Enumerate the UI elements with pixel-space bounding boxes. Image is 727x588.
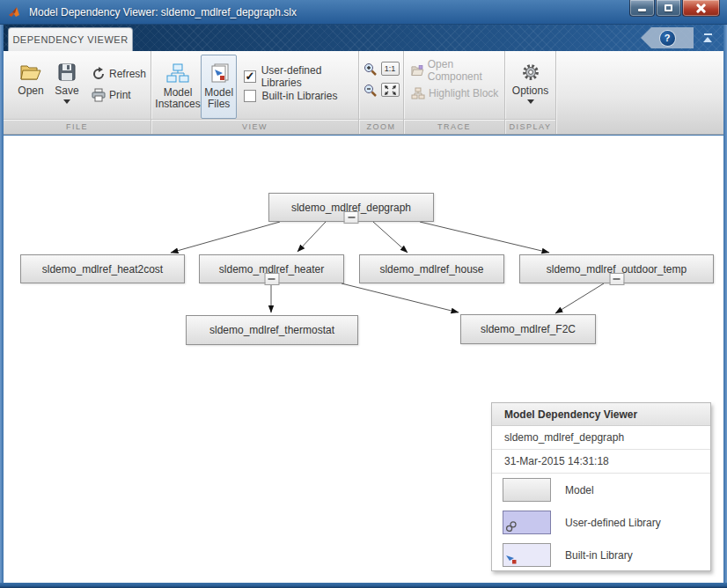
app-window: Model Dependency Viewer: sldemo_mdlref_d… (0, 0, 727, 588)
dependency-edge-depgraph-to-heater (297, 222, 326, 252)
built-in-libraries-checkbox[interactable]: Built-in Libraries (244, 86, 358, 106)
legend-item-user-defined-library: User-defined Library (492, 506, 710, 539)
title-bar: Model Dependency Viewer: sldemo_mdlref_d… (0, 0, 727, 25)
model-swatch (503, 478, 551, 502)
legend-built-in-library-label: Built-in Library (565, 549, 633, 562)
zoom-in-icon[interactable] (364, 62, 377, 76)
dependency-edge-depgraph-to-outdoor_temp (420, 222, 549, 253)
graph-node-label: sldemo_mdlref_F2C (481, 323, 576, 335)
section-view: Model Instances Model Files (151, 51, 359, 134)
options-gear-icon (521, 62, 540, 82)
save-button[interactable]: Save (49, 55, 84, 119)
graph-node-label: sldemo_mdlref_thermostat (209, 324, 334, 336)
help-button[interactable]: ? (641, 27, 694, 48)
open-button[interactable]: Open (12, 55, 49, 119)
close-button[interactable] (682, 0, 720, 17)
graph-node-depgraph[interactable]: sldemo_mdlref_depgraph (268, 193, 434, 222)
user-defined-libraries-checkbox[interactable]: User-defined Libraries (244, 67, 358, 86)
window-controls (628, 0, 720, 17)
graph-node-label: sldemo_mdlref_heat2cost (42, 263, 163, 276)
model-instances-button[interactable]: Model Instances (155, 55, 201, 119)
user-defined-library-swatch (503, 511, 551, 534)
node-collapse-button[interactable] (344, 211, 359, 224)
legend-item-built-in-library: Built-in Library (492, 539, 710, 571)
window-title: Model Dependency Viewer: sldemo_mdlref_d… (29, 6, 297, 18)
dependency-edge-depgraph-to-house (373, 222, 408, 253)
minimize-button[interactable] (629, 0, 655, 17)
open-component-icon (411, 64, 424, 77)
options-button[interactable]: Options (509, 55, 553, 119)
graph-node-F2C[interactable]: sldemo_mdlref_F2C (460, 314, 596, 344)
fit-view-icon (385, 85, 396, 95)
legend-title: Model Dependency Viewer (492, 403, 710, 426)
minimize-icon (638, 9, 646, 11)
refresh-icon (92, 67, 106, 81)
window-border-left (0, 25, 4, 588)
model-files-label: Model Files (204, 87, 233, 110)
open-component-label: Open Component (428, 58, 504, 83)
dependency-graph-canvas[interactable]: sldemo_mdlref_depgraphsldemo_mdlref_heat… (4, 136, 723, 583)
checkbox-icon (244, 70, 255, 83)
node-collapse-icon (613, 278, 621, 280)
tab-dependency-viewer[interactable]: DEPENDENCY VIEWER (8, 27, 133, 51)
section-label-file: FILE (4, 119, 151, 134)
highlight-block-icon (411, 87, 425, 99)
graph-node-outdoor_temp[interactable]: sldemo_mdlref_outdoor_temp (519, 254, 714, 283)
builtin-lib-icon (505, 553, 518, 565)
section-file: Open Save (4, 51, 151, 134)
options-label: Options (512, 85, 548, 97)
dependency-edge-outdoor_temp-to-F2C (555, 283, 604, 313)
model-files-button[interactable]: Model Files (201, 55, 237, 119)
dropdown-arrow-icon (63, 99, 70, 104)
ribbon-collapse-button[interactable] (699, 29, 716, 47)
graph-node-label: sldemo_mdlref_house (379, 263, 483, 276)
section-label-trace: TRACE (404, 119, 504, 134)
window-border-right (723, 25, 727, 588)
node-collapse-icon (348, 217, 355, 218)
dependency-edge-depgraph-to-heat2cost (171, 222, 280, 253)
print-label: Print (109, 89, 131, 101)
legend-user-defined-library-label: User-defined Library (565, 517, 661, 529)
node-collapse-icon (268, 278, 275, 280)
print-icon (92, 88, 106, 102)
zoom-one-to-one-button[interactable]: 1:1 (381, 62, 400, 76)
refresh-label: Refresh (109, 68, 146, 80)
refresh-button[interactable]: Refresh (92, 65, 146, 83)
save-icon (57, 62, 77, 82)
close-icon (696, 4, 706, 13)
section-zoom: 1:1 ZOOM (359, 51, 404, 134)
open-folder-icon (19, 62, 42, 82)
open-component-button[interactable]: Open Component (411, 62, 504, 79)
dependency-edge-heater-to-F2C (341, 283, 459, 312)
legend-model-label: Model (565, 484, 594, 496)
legend-model-name: sldemo_mdlref_depgraph (492, 426, 710, 450)
section-label-display: DISPLAY (505, 119, 555, 134)
legend-item-model: Model (492, 474, 710, 506)
graph-node-house[interactable]: sldemo_mdlref_house (359, 254, 504, 283)
maximize-button[interactable] (656, 0, 681, 17)
highlight-block-button[interactable]: Highlight Block (411, 85, 504, 102)
checkbox-icon (244, 90, 256, 102)
model-files-icon (209, 62, 230, 84)
built-in-library-swatch (503, 543, 551, 567)
save-label: Save (55, 85, 78, 97)
graph-node-thermostat[interactable]: sldemo_mdlref_thermostat (186, 315, 358, 345)
graph-node-heater[interactable]: sldemo_mdlref_heater (199, 254, 344, 283)
node-collapse-button[interactable] (609, 273, 624, 285)
dropdown-arrow-icon (527, 99, 534, 104)
zoom-out-icon[interactable] (364, 84, 377, 97)
model-instances-icon (166, 62, 189, 84)
help-icon: ? (660, 31, 675, 46)
graph-node-heat2cost[interactable]: sldemo_mdlref_heat2cost (20, 254, 185, 283)
link-icon (505, 520, 518, 533)
print-button[interactable]: Print (92, 86, 146, 104)
highlight-block-label: Highlight Block (429, 87, 498, 99)
matlab-logo-icon (8, 5, 22, 19)
legend-timestamp: 31-Mar-2015 14:31:18 (492, 450, 710, 474)
section-display: Options DISPLAY (505, 51, 556, 134)
ribbon-toolbar: Open Save (4, 51, 723, 135)
open-label: Open (18, 85, 43, 97)
user-defined-libraries-label: User-defined Libraries (261, 64, 358, 89)
node-collapse-button[interactable] (264, 273, 279, 285)
fit-to-view-button[interactable] (381, 83, 400, 97)
